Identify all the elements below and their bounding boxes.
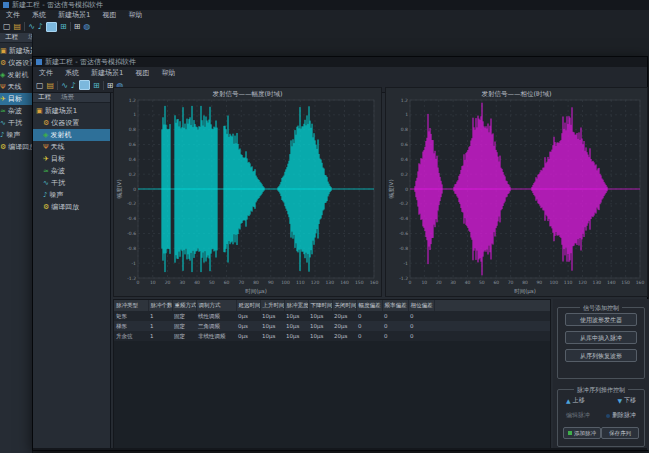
waveform-icon[interactable]: ∿ bbox=[61, 81, 68, 90]
column-header[interactable]: 调制方式 bbox=[196, 300, 236, 311]
chart-amplitude-time: 发射信号——幅度(时域) 1.210.80.60.40.20-0.2-0.4-0… bbox=[113, 87, 382, 297]
svg-text:0.4: 0.4 bbox=[401, 157, 408, 162]
svg-text:110: 110 bbox=[564, 280, 573, 285]
tree-item-目标[interactable]: ✈目标 bbox=[33, 153, 110, 165]
menu-item-4[interactable]: 帮助 bbox=[155, 68, 181, 78]
audio-icon[interactable]: ♪ bbox=[71, 81, 76, 90]
tree-item-编译回放[interactable]: ⚙编译回放 bbox=[0, 141, 32, 153]
column-header[interactable]: 重频方式 bbox=[172, 300, 196, 311]
svg-text:10: 10 bbox=[422, 280, 428, 285]
map-view-button[interactable] bbox=[46, 22, 57, 32]
column-header[interactable]: 频率偏差 bbox=[382, 300, 408, 311]
tree-item-噪声[interactable]: ♪噪声 bbox=[33, 189, 110, 201]
column-header[interactable]: 脉冲宽度 bbox=[284, 300, 308, 311]
tile-view-icon[interactable]: ⊞ bbox=[60, 22, 67, 31]
move-up-button[interactable]: ▲ 上移 bbox=[566, 396, 585, 405]
svg-text:50: 50 bbox=[479, 280, 485, 285]
svg-text:0: 0 bbox=[405, 187, 408, 192]
map-view-button[interactable] bbox=[79, 80, 90, 90]
svg-text:1: 1 bbox=[405, 112, 408, 117]
tree-item-仪器设置[interactable]: ⚙仪器设置 bbox=[0, 57, 32, 69]
column-header[interactable] bbox=[434, 300, 551, 311]
new-file-icon[interactable]: ▢ bbox=[36, 81, 44, 90]
svg-text:10: 10 bbox=[150, 280, 156, 285]
tree-item-仪器设置[interactable]: ⚙仪器设置 bbox=[33, 117, 110, 129]
tree-item-杂波[interactable]: ≈杂波 bbox=[0, 105, 32, 117]
svg-text:140: 140 bbox=[340, 280, 349, 285]
menu-item-0[interactable]: 文件 bbox=[0, 10, 26, 20]
jamming-icon: ∿ bbox=[43, 179, 49, 187]
tree-item-目标[interactable]: ✈目标 bbox=[0, 93, 32, 105]
table-cell: 1 bbox=[148, 321, 172, 331]
tab-scene[interactable]: 场景 bbox=[23, 33, 33, 42]
satellite-map[interactable] bbox=[33, 33, 106, 57]
menu-item-2[interactable]: 新建场景1 bbox=[52, 10, 96, 20]
add-icon bbox=[568, 431, 572, 435]
tab-scene[interactable]: 场景 bbox=[56, 93, 79, 102]
menu-item-4[interactable]: 帮助 bbox=[122, 10, 148, 20]
column-header[interactable]: 相位偏差 bbox=[408, 300, 434, 311]
menu-item-1[interactable]: 系统 bbox=[26, 10, 52, 20]
tree-item-天线[interactable]: Ψ天线 bbox=[33, 141, 110, 153]
svg-text:20: 20 bbox=[165, 280, 171, 285]
signal-add-button-2[interactable]: 从序列恢复波形 bbox=[565, 349, 637, 362]
add-pulse-button[interactable]: 添加脉冲 bbox=[563, 427, 601, 439]
tree-item-干扰[interactable]: ∿干扰 bbox=[0, 117, 32, 129]
move-down-button[interactable]: ▼ 下移 bbox=[617, 396, 636, 405]
layout-grid-icon[interactable]: ⊞ bbox=[74, 22, 81, 31]
open-folder-icon[interactable]: ▤ bbox=[14, 22, 22, 31]
table-header-row: 脉冲类型脉冲个数重频方式调制方式延迟时间上升时间脉冲宽度下降时间关闭时间幅度偏差… bbox=[114, 300, 551, 311]
signal-add-button-0[interactable]: 使用波形发生器 bbox=[565, 313, 637, 326]
menu-item-1[interactable]: 系统 bbox=[59, 68, 85, 78]
arrow-up-icon: ▲ bbox=[566, 397, 571, 404]
table-cell: 0 bbox=[356, 331, 382, 341]
new-file-icon[interactable]: ▢ bbox=[3, 22, 11, 31]
tree-item-发射机[interactable]: ◈发射机 bbox=[33, 129, 110, 141]
open-folder-icon[interactable]: ▤ bbox=[47, 81, 55, 90]
tree-item-天线[interactable]: Ψ天线 bbox=[0, 81, 32, 93]
desktop-root: 新建工程 - 雷达信号模拟软件 文件系统新建场景1视图帮助 ▢▤∿♪⊞⊞◍ 工程… bbox=[0, 0, 649, 453]
pulse-table[interactable]: 脉冲类型脉冲个数重频方式调制方式延迟时间上升时间脉冲宽度下降时间关闭时间幅度偏差… bbox=[113, 299, 551, 450]
column-header[interactable]: 下降时间 bbox=[308, 300, 332, 311]
table-row[interactable]: 矩形1固定线性调频0μs10μs10μs10μs20μs000 bbox=[114, 311, 551, 321]
table-row[interactable]: 升余弦1固定非线性调频0μs10μs10μs10μs20μs000 bbox=[114, 331, 551, 341]
column-header[interactable]: 幅度偏差 bbox=[356, 300, 382, 311]
tree-item-label: 新建场景1 bbox=[9, 46, 32, 56]
delete-pulse-button[interactable]: 删除脉冲 bbox=[606, 411, 636, 420]
table-row[interactable]: 梯形1固定三角调频0μs10μs10μs10μs20μs000 bbox=[114, 321, 551, 331]
column-header[interactable]: 脉冲个数 bbox=[148, 300, 172, 311]
tree-item-新建场景1[interactable]: ▣新建场景1 bbox=[0, 45, 32, 57]
edit-pulse-button[interactable]: 编辑脉冲 bbox=[566, 411, 590, 420]
globe-icon[interactable]: ◍ bbox=[83, 22, 90, 31]
tile-view-icon[interactable]: ⊞ bbox=[93, 81, 100, 90]
tab-project[interactable]: 工程 bbox=[33, 93, 56, 102]
tree-item-噪声[interactable]: ♪噪声 bbox=[0, 129, 32, 141]
column-header[interactable]: 延迟时间 bbox=[236, 300, 260, 311]
tree-item-杂波[interactable]: ≈杂波 bbox=[33, 165, 110, 177]
table-cell: 10μs bbox=[260, 331, 284, 341]
signal-add-button-1[interactable]: 从库中插入脉冲 bbox=[565, 331, 637, 344]
svg-text:-1.2: -1.2 bbox=[399, 276, 408, 281]
waveform-icon[interactable]: ∿ bbox=[28, 22, 35, 31]
column-header[interactable]: 脉冲类型 bbox=[114, 300, 148, 311]
table-cell: 20μs bbox=[332, 331, 356, 341]
menu-item-3[interactable]: 视图 bbox=[129, 68, 155, 78]
gear-icon: ⚙ bbox=[0, 59, 6, 67]
svg-text:-1: -1 bbox=[404, 261, 409, 266]
tree-item-发射机[interactable]: ◈发射机 bbox=[0, 69, 32, 81]
menu-item-2[interactable]: 新建场景1 bbox=[85, 68, 129, 78]
tab-project[interactable]: 工程 bbox=[0, 33, 23, 42]
menu-item-3[interactable]: 视图 bbox=[96, 10, 122, 20]
satellite-map[interactable] bbox=[106, 20, 649, 57]
tree-item-编译回放[interactable]: ⚙编译回放 bbox=[33, 201, 110, 213]
table-cell: 线性调频 bbox=[196, 311, 236, 321]
inner-project-panel: 工程 场景 ▣新建场景1⚙仪器设置◈发射机Ψ天线✈目标≈杂波∿干扰♪噪声⚙编译回… bbox=[33, 93, 111, 450]
tree-item-新建场景1[interactable]: ▣新建场景1 bbox=[33, 105, 110, 117]
tree-item-干扰[interactable]: ∿干扰 bbox=[33, 177, 110, 189]
menu-item-0[interactable]: 文件 bbox=[33, 68, 59, 78]
audio-icon[interactable]: ♪ bbox=[38, 22, 43, 31]
column-header[interactable]: 关闭时间 bbox=[332, 300, 356, 311]
column-header[interactable]: 上升时间 bbox=[260, 300, 284, 311]
svg-text:1: 1 bbox=[133, 112, 136, 117]
save-sequence-button[interactable]: 保存序列 bbox=[601, 427, 639, 439]
